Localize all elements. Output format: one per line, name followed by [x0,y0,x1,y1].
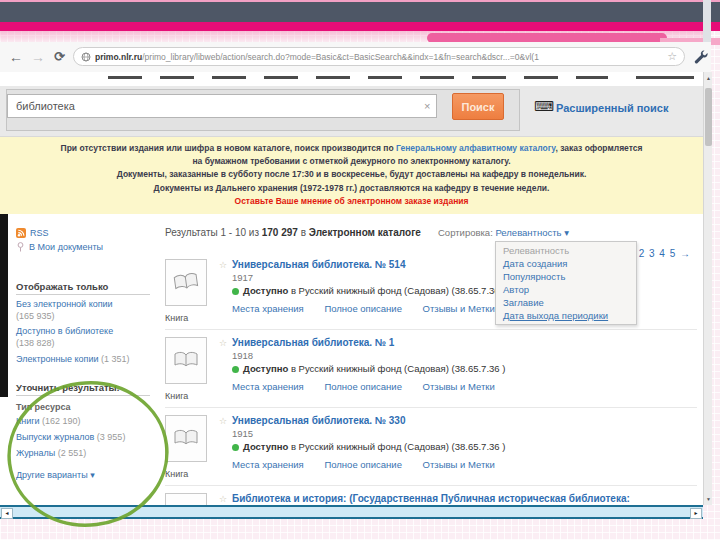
available-dot-icon [232,444,239,451]
slide-right-strip [703,0,711,44]
result-thumbnail[interactable] [165,259,207,306]
facet-ecopies[interactable]: Электронные копии (1 351) [16,354,132,366]
facet-journal-issues[interactable]: Выпуски журналов (3 955) [16,432,132,444]
book-icon [172,350,200,370]
result-type: Книга [165,469,219,479]
favorite-star-icon[interactable]: ☆ [219,260,232,271]
sort-option-issue-date[interactable]: Дата выхода периодики [496,309,636,322]
vertical-scrollbar[interactable]: ▲ ▼ [703,72,712,505]
results-body: RSS В Мои документы Отображать только Бе… [0,214,703,505]
scroll-down-icon[interactable]: ▼ [704,495,713,503]
result-title[interactable]: Универсальная библиотека. № 1 [232,337,394,348]
result-title[interactable]: Универсальная библиотека. № 330 [232,415,405,426]
result-availability: Доступно в Русский книжный фонд (Садовая… [232,441,697,452]
favorite-star-icon[interactable]: ☆ [219,494,232,505]
horizontal-scrollbar[interactable]: ◄ ► [0,505,703,519]
scroll-right-icon[interactable]: ► [690,508,702,519]
facet-available[interactable]: Доступно в библиотеке (138 828) [16,326,132,349]
facet-no-ecopy[interactable]: Без электронной копии (165 935) [16,299,132,322]
tab-details[interactable]: Полное описание [324,303,402,314]
result-availability: Доступно в Русский книжный фонд (Садовая… [232,363,697,374]
url-text: primo.nlr.ru/primo_library/libweb/action… [95,52,663,62]
result-tabs: Места хранения Полное описание Отзывы и … [232,459,697,470]
clear-search-icon[interactable]: × [424,100,430,112]
results-list-container: Результаты 1 - 10 из 170 297 в Электронн… [158,214,703,505]
rss-icon [16,228,26,238]
vertical-scrollbar-thumb[interactable] [705,88,712,146]
page-link-5[interactable]: 5 [670,248,677,259]
chevron-down-icon: ▾ [564,227,569,238]
sort-control[interactable]: Сортировка: Релевантность ▾ [438,227,569,238]
result-thumbnail[interactable] [165,337,207,384]
site-nav-row [0,72,703,86]
notice-line-1: При отсутствии издания или шифра в новом… [10,142,693,155]
search-input[interactable] [7,94,437,118]
address-bar[interactable]: primo.nlr.ru/primo_library/libweb/action… [73,47,685,66]
back-icon[interactable]: ← [9,50,23,64]
feedback-link[interactable]: Оставьте Ваше мнение об электронном зака… [10,195,693,208]
resource-type-label: Тип ресурса [16,402,158,412]
facet-journals[interactable]: Журналы (2 551) [16,448,132,460]
search-button[interactable]: Поиск [452,93,504,120]
bookmark-star-icon[interactable]: ☆ [667,50,677,63]
result-row: Книга ☆Универсальная библиотека. № 330 1… [165,408,697,486]
favorite-star-icon[interactable]: ☆ [219,416,232,427]
sort-option-popularity[interactable]: Популярность [496,270,636,283]
reload-icon[interactable]: ⟳ [54,50,65,63]
results-count-header: Результаты 1 - 10 из 170 297 в Электронн… [165,226,451,240]
tab-locations[interactable]: Места хранения [232,459,304,470]
general-catalog-link[interactable]: Генеральному алфавитному каталогу [396,143,555,153]
search-section: × Поиск ⌨ Расширенный поиск [0,86,703,137]
catalog-page: × Поиск ⌨ Расширенный поиск При отсутств… [0,86,703,505]
sort-option-relevance[interactable]: Релевантность [496,244,636,257]
result-row: ☆Библиотека и история: (Государственная … [165,486,697,506]
sort-label: Сортировка: [438,227,493,238]
facet-books[interactable]: Книги (162 190) [16,416,132,428]
advanced-search-link[interactable]: Расширенный поиск [556,102,668,114]
globe-icon [81,52,91,62]
result-row: Книга ☆Универсальная библиотека. № 1 191… [165,330,697,408]
scroll-left-icon[interactable]: ◄ [1,508,13,519]
result-title[interactable]: Библиотека и история: (Государственная П… [219,493,630,506]
scroll-up-icon[interactable]: ▲ [704,74,713,82]
favorite-star-icon[interactable]: ☆ [219,338,232,349]
tab-details[interactable]: Полное описание [324,459,402,470]
result-thumbnail[interactable] [165,415,207,462]
site-nav-clipped-text-right [636,76,694,79]
book-icon [172,428,200,448]
pin-icon [16,242,25,252]
page-link-2[interactable]: 2 [639,248,646,259]
next-page-icon[interactable]: → [680,248,691,259]
notice-banner: При отсутствии издания или шифра в новом… [0,137,703,214]
facet-count: (3 955) [97,432,126,442]
notice-line-2: на бумажном требовании с отметкой дежурн… [10,155,693,168]
facet-count: (138 828) [16,338,55,348]
page-link-3[interactable]: 3 [649,248,656,259]
tab-details[interactable]: Полное описание [324,381,402,392]
url-path: /primo_library/libweb/action/search.do?m… [142,52,539,62]
result-title[interactable]: Универсальная библиотека. № 514 [232,259,405,270]
sort-option-author[interactable]: Автор [496,283,636,296]
tab-reviews[interactable]: Отзывы и Метки [423,459,495,470]
refine-header: Уточнить результаты. [16,379,150,396]
tab-locations[interactable]: Места хранения [232,303,304,314]
available-dot-icon [232,288,239,295]
tab-reviews[interactable]: Отзывы и Метки [423,381,495,392]
facet-count: (162 190) [42,416,81,426]
sort-option-date-created[interactable]: Дата создания [496,257,636,270]
keyboard-icon[interactable]: ⌨ [534,99,554,113]
facets-sidebar: RSS В Мои документы Отображать только Бе… [0,214,158,505]
forward-icon[interactable]: → [31,50,45,64]
sort-option-title[interactable]: Заглавие [496,296,636,309]
sidebar-black-strip [0,214,8,397]
sort-dropdown: Релевантность Дата создания Популярность… [495,241,637,325]
more-options-link[interactable]: Другие варианты ▾ [16,470,132,482]
tab-locations[interactable]: Места хранения [232,381,304,392]
facet-count: (165 935) [16,311,55,321]
page-link-4[interactable]: 4 [659,248,666,259]
my-documents-link[interactable]: В Мои документы [16,242,158,252]
rss-link[interactable]: RSS [16,228,158,238]
wrench-icon[interactable] [693,49,708,64]
tab-reviews[interactable]: Отзывы и Метки [423,303,495,314]
result-thumbnail[interactable] [165,493,207,506]
